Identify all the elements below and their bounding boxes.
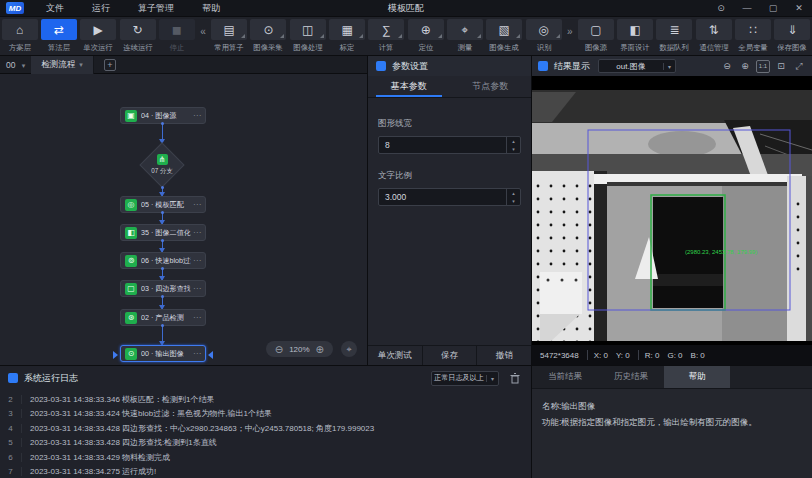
tab-history-result[interactable]: 历史结果 [598,366,664,388]
help-node-description: 功能:根据指定图像和指定图元，输出绘制有图元的图像。 [542,414,802,430]
close-icon[interactable]: ✕ [786,0,812,17]
result-panel-title: 结果显示 [554,60,590,73]
image-source-button[interactable]: ▢ 图像源 [577,19,614,53]
data-queue-button[interactable]: ≣ 数据队列 [656,19,693,53]
algorithm-layer-button[interactable]: ⇄ 算法层 [40,19,77,53]
save-image-button[interactable]: ⇓ 保存图像 [774,19,811,53]
ui-design-label: 界面设计 [620,42,649,52]
log-row-number: 2 [0,395,22,404]
line-width-field[interactable]: 8 ▴ ▾ [378,136,521,154]
line-width-stepper[interactable]: ▴ ▾ [506,137,520,153]
image-source-label: 图像源 [585,42,607,52]
menu-help[interactable]: 帮助 [188,0,234,17]
calculation-button[interactable]: ∑ 计算 [368,19,405,53]
flow-index-dropdown[interactable]: 00 ▾ [0,60,31,70]
menu-run[interactable]: 运行 [78,0,124,17]
result-source-select[interactable]: out.图像 ▾ [598,59,676,73]
log-row[interactable]: 4 2023-03-31 14:38:33.428 四边形查找：中心x2980.… [0,421,531,436]
node-more-icon[interactable]: ⋯ [193,200,201,209]
result-image-view[interactable]: (2980.23, 2453.78, 179.99) [532,76,812,345]
run-once-icon: ▶ [80,19,116,40]
node-more-icon[interactable]: ⋯ [193,111,201,120]
zoom-in-icon[interactable]: ⊕ [738,60,752,73]
run-continuous-label: 连续运行 [123,42,152,52]
flow-connector [162,326,163,345]
zoom-out-icon[interactable]: ⊖ [275,344,283,355]
text-scale-stepper[interactable]: ▴ ▾ [506,189,520,205]
measurement-button[interactable]: ⌖ 测量 [446,19,483,53]
log-row[interactable]: 5 2023-03-31 14:38:33.428 四边形查找:检测到1条直线 [0,436,531,451]
save-button[interactable]: 保存 [422,346,477,365]
log-row[interactable]: 2 2023-03-31 14:38:33.346 模板匹配：检测到1个结果 [0,392,531,407]
flow-tab-detection-process[interactable]: 检测流程 ▾ [31,56,94,74]
minimize-icon[interactable]: — [734,0,760,17]
image-generation-button[interactable]: ▧ 图像生成 [486,19,523,53]
parameter-panel: 参数设置 基本参数 节点参数 图形线宽 8 ▴ ▾ 文字比例 3.000 [368,56,532,365]
zoom-out-icon[interactable]: ⊖ [720,60,734,73]
result-info-tabs: 当前结果 历史结果 帮助 [532,366,812,389]
image-processing-button[interactable]: ◫ 图像处理 [289,19,326,53]
log-row[interactable]: 3 2023-03-31 14:38:33.424 快速blob过滤：黑色视为物… [0,407,531,422]
image-acquisition-button[interactable]: ⊙ 图像采集 [250,19,287,53]
add-flow-button[interactable]: + [104,59,116,71]
text-scale-value[interactable]: 3.000 [379,189,506,205]
result-panel: 结果显示 out.图像 ▾ ⊖ ⊕ 1:1 ⊡ ⤢ [532,56,812,365]
stop-button[interactable]: ◼ 停止 [158,19,195,53]
spin-down-icon[interactable]: ▾ [507,197,520,205]
flow-canvas[interactable]: ▣ 04 · 图像源 ⋯ ⋔ 07 分支 ◎ 05 · 模板匹配 ⋯ [0,74,367,365]
tab-node-params[interactable]: 节点参数 [450,76,532,97]
log-row[interactable]: 6 2023-03-31 14:38:33.429 物料检测完成 [0,450,531,465]
node-branch[interactable]: ⋔ 07 分支 [139,142,185,188]
spin-up-icon[interactable]: ▴ [507,189,520,197]
text-scale-field[interactable]: 3.000 ▴ ▾ [378,188,521,206]
tab-help[interactable]: 帮助 [664,366,730,388]
run-once-button[interactable]: ▶ 单次运行 [80,19,117,53]
calibration-button[interactable]: ▦ 标定 [328,19,365,53]
maximize-icon[interactable]: ▢ [760,0,786,17]
collapse-left-icon[interactable]: « [196,21,209,42]
line-width-value[interactable]: 8 [379,137,506,153]
clear-log-button[interactable] [507,371,523,386]
scheme-layer-button[interactable]: ⌂ 方案层 [1,19,38,53]
ui-design-button[interactable]: ◧ 界面设计 [617,19,654,53]
global-variables-button[interactable]: ∷ 全局变量 [734,19,771,53]
image-resolution: 5472*3648 [540,351,579,360]
log-row-text: 2023-03-31 14:38:33.428 四边形查找：中心x2980.23… [22,423,374,434]
theme-icon[interactable]: ⊙ [708,0,734,17]
system-log-panel: 系统运行日志 正常日志及以上 ▾ 2 2023-03-31 14:38:33.3 [0,366,532,478]
run-continuous-button[interactable]: ↻ 连续运行 [119,19,156,53]
zoom-in-icon[interactable]: ⊕ [316,344,324,355]
common-operators-icon: ▤ [211,19,247,40]
node-label: 02 · 产品检测 [141,313,190,323]
fullscreen-icon[interactable]: ⤢ [792,60,806,73]
positioning-button[interactable]: ⊕ 定位 [407,19,444,53]
image-acquisition-label: 图像采集 [254,42,283,52]
actual-size-icon[interactable]: 1:1 [756,60,770,73]
node-more-icon[interactable]: ⋯ [193,313,201,322]
node-more-icon[interactable]: ⋯ [193,256,201,265]
log-list[interactable]: 2 2023-03-31 14:38:33.346 模板匹配：检测到1个结果 3… [0,392,531,478]
node-more-icon[interactable]: ⋯ [193,284,201,293]
node-more-icon[interactable]: ⋯ [193,349,201,358]
tab-current-result[interactable]: 当前结果 [532,366,598,388]
single-test-button[interactable]: 单次测试 [368,346,422,365]
recognition-button[interactable]: ◎ 识别 [525,19,562,53]
spin-up-icon[interactable]: ▴ [507,137,520,145]
log-level-select[interactable]: 正常日志及以上 ▾ [431,371,499,386]
communication-manager-button[interactable]: ⇅ 通信管理 [695,19,732,53]
spin-down-icon[interactable]: ▾ [507,145,520,153]
fit-view-icon[interactable]: ⌖ [341,341,357,357]
node-more-icon[interactable]: ⋯ [193,228,201,237]
undo-button[interactable]: 撤销 [476,346,531,365]
node-output-image[interactable]: ⊙ 00 · 输出图像 ⋯ [120,345,206,362]
expand-right-icon[interactable]: » [563,21,576,42]
calculation-icon: ∑ [368,19,404,40]
common-operators-button[interactable]: ▤ 常用算子 [211,19,248,53]
log-row[interactable]: 7 2023-03-31 14:38:34.275 运行成功! [0,465,531,478]
image-source-icon: ▢ [578,19,614,40]
tab-basic-params[interactable]: 基本参数 [368,76,450,97]
result-view-tools: ⊖ ⊕ 1:1 ⊡ ⤢ [716,60,806,73]
fit-image-icon[interactable]: ⊡ [774,60,788,73]
menu-operator-manager[interactable]: 算子管理 [124,0,188,17]
menu-file[interactable]: 文件 [32,0,78,17]
